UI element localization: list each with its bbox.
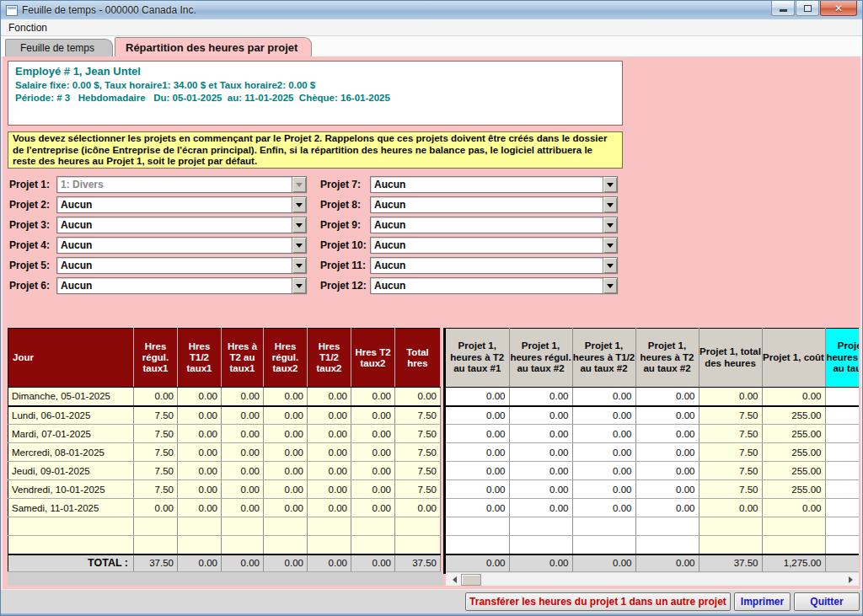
chevron-down-icon[interactable] — [292, 217, 306, 233]
project-select-8[interactable]: Aucun — [370, 196, 618, 213]
quit-button[interactable]: Quitter — [794, 592, 860, 611]
day-column-header: Jour — [8, 329, 134, 388]
chevron-down-icon[interactable] — [292, 238, 306, 253]
project-hours-cell — [825, 406, 859, 425]
project-column-header: Projet 1, heures à T1/2 au taux #2 — [572, 329, 635, 388]
total-hours-cell: 37.50 — [134, 554, 178, 572]
hours-cell — [264, 536, 308, 554]
restore-button[interactable] — [796, 1, 819, 16]
project-hours-cell: 0.00 — [699, 499, 762, 517]
project-hours-cell: 0.00 — [509, 406, 572, 425]
horizontal-scrollbar[interactable] — [446, 572, 859, 586]
project-select-11[interactable]: Aucun — [370, 257, 618, 274]
chevron-down-icon[interactable] — [292, 258, 306, 273]
print-button[interactable]: Imprimer — [734, 592, 791, 611]
chevron-down-icon[interactable] — [292, 278, 306, 293]
hours-cell: 0.00 — [308, 499, 351, 517]
project-hours-cell: 0.00 — [635, 499, 699, 517]
hours-cell: 0.00 — [351, 462, 395, 480]
project-hours-cell: 0.00 — [572, 499, 635, 517]
employee-period: Période: # 3 Hebdomadaire Du: 05-01-2025… — [15, 93, 615, 103]
project-hours-cell — [762, 517, 825, 536]
hours-cell: 0.00 — [264, 499, 308, 517]
project-hours-cell — [825, 517, 859, 536]
project-hours-cell: 255.00 — [762, 462, 825, 480]
day-cell — [8, 536, 134, 554]
day-cell: Mercredi, 08-01-2025 — [8, 443, 134, 462]
project-select-9[interactable]: Aucun — [370, 217, 618, 233]
chevron-down-icon[interactable] — [603, 258, 617, 273]
employee-info-box: Employé # 1, Jean Untel Salaire fixe: 0.… — [8, 61, 623, 126]
project-hours-cell: 0.00 — [446, 406, 509, 425]
project-label-9: Projet 9: — [315, 219, 370, 231]
tab-repartition-heures[interactable]: Répartition des heures par projet — [115, 37, 312, 56]
project-hours-cell: 0.00 — [446, 462, 509, 480]
left-bottom-strip — [8, 572, 443, 586]
hours-cell — [351, 536, 395, 554]
scroll-left-icon — [449, 576, 457, 583]
restore-icon — [804, 5, 812, 12]
hours-column-header: Hres T1/2 taux2 — [308, 329, 351, 388]
project-select-3[interactable]: Aucun — [56, 217, 307, 233]
hours-cell: 7.50 — [134, 406, 178, 425]
hours-cell: 0.00 — [308, 388, 351, 406]
project-column-header: Projet 1, coût — [762, 329, 825, 388]
project-hours-cell: 7.50 — [699, 480, 762, 499]
project-label-11: Projet 11: — [315, 260, 370, 271]
project-select-4[interactable]: Aucun — [56, 237, 307, 254]
hours-column-header: Hres à T2 au taux1 — [222, 329, 264, 388]
close-icon: ✕ — [834, 2, 843, 15]
project-select-7[interactable]: Aucun — [370, 176, 618, 193]
chevron-down-icon[interactable] — [603, 177, 617, 192]
main-content: Employé # 1, Jean Untel Salaire fixe: 0.… — [1, 56, 862, 589]
hours-cell: 0.00 — [264, 480, 308, 499]
hours-cell: 0.00 — [351, 443, 395, 462]
project-select-6[interactable]: Aucun — [56, 277, 307, 294]
hours-cell: 0.00 — [351, 406, 395, 425]
hours-cell: 0.00 — [308, 462, 351, 480]
project-hours-cell: 0.00 — [509, 462, 572, 480]
transfer-hours-button[interactable]: Transférer les heures du projet 1 dans u… — [465, 592, 731, 611]
hours-cell: 0.00 — [178, 480, 222, 499]
project-column-header: Projet 2, heures régul. au taux #1 — [825, 329, 859, 388]
project-select-12[interactable]: Aucun — [370, 277, 618, 294]
app-window: Feuille de temps - 000000 Canada Inc. ✕ … — [0, 0, 863, 616]
tab-feuille-de-temps[interactable]: Feuille de temps — [5, 39, 113, 56]
left-grid-body: JourHres régul. taux1Hres T1/2 taux1Hres… — [8, 329, 441, 572]
chevron-down-icon[interactable] — [603, 238, 617, 253]
project-hours-cell: 0.00 — [635, 443, 699, 462]
project-hours-cell — [825, 480, 859, 499]
scroll-right-button[interactable] — [845, 573, 859, 587]
project-label-7: Projet 7: — [315, 179, 370, 190]
project-hours-cell — [446, 536, 509, 554]
scroll-left-button[interactable] — [446, 573, 459, 587]
project-hours-cell: 0.00 — [762, 499, 825, 517]
chevron-down-icon[interactable] — [603, 278, 617, 293]
project-select-10[interactable]: Aucun — [370, 237, 618, 254]
minimize-button[interactable] — [771, 1, 795, 16]
day-cell — [8, 517, 134, 536]
menu-fonction[interactable]: Fonction — [1, 20, 55, 35]
project-select-2[interactable]: Aucun — [56, 196, 307, 213]
project-hours-cell — [635, 517, 699, 536]
project-hours-cell: 0.00 — [572, 425, 635, 443]
total-project-cell: 0.00 — [635, 554, 699, 572]
project-hours-cell — [446, 517, 509, 536]
project-hours-cell: 0.00 — [635, 388, 699, 406]
day-cell: Lundi, 06-01-2025 — [8, 406, 134, 425]
project-hours-cell: 0.00 — [509, 480, 572, 499]
hours-cell: 7.50 — [395, 462, 441, 480]
project-hours-cell — [762, 536, 825, 554]
project-column-header: Projet 1, heures à T2 au taux #1 — [446, 329, 509, 388]
chevron-down-icon[interactable] — [603, 217, 617, 233]
chevron-down-icon[interactable] — [603, 197, 617, 212]
total-project-cell: 0.00 — [572, 554, 635, 572]
scrollbar-thumb[interactable] — [461, 574, 481, 586]
project-hours-cell — [825, 462, 859, 480]
hours-cell: 0.00 — [222, 406, 264, 425]
chevron-down-icon[interactable] — [292, 197, 306, 212]
project-select-5[interactable]: Aucun — [56, 257, 307, 274]
close-button[interactable]: ✕ — [820, 1, 857, 16]
hours-cell: 0.00 — [351, 499, 395, 517]
hours-cell: 0.00 — [222, 499, 264, 517]
